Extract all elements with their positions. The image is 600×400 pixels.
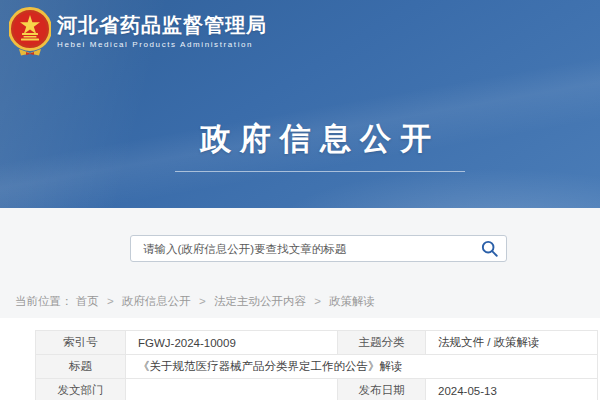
breadcrumb: 当前位置： 首页 > 政府信息公开 > 法定主动公开内容 > 政策解读: [15, 294, 375, 309]
table-row-index: 索引号 FGWJ-2024-10009 主题分类 法规文件 / 政策解读: [36, 331, 598, 355]
breadcrumb-separator: >: [107, 295, 114, 307]
site-logo-text: 河北省药品监督管理局 Hebei Medical Products Admini…: [57, 7, 267, 49]
search-button[interactable]: [472, 236, 506, 261]
banner-heading: 政府信息公开: [20, 118, 600, 172]
content-card: 索引号 FGWJ-2024-10009 主题分类 法规文件 / 政策解读 标题 …: [0, 318, 600, 400]
national-emblem-icon: [9, 7, 51, 57]
breadcrumb-separator: >: [199, 295, 206, 307]
site-logo[interactable]: 河北省药品监督管理局 Hebei Medical Products Admini…: [9, 7, 267, 57]
search-box: [130, 235, 507, 262]
field-label-department: 发文部门: [36, 379, 126, 400]
field-value-department: [126, 379, 338, 400]
field-label-index-number: 索引号: [36, 331, 126, 355]
field-label-title: 标题: [36, 355, 126, 379]
field-value-title: 《关于规范医疗器械产品分类界定工作的公告》解读: [126, 355, 598, 379]
agency-name: 河北省药品监督管理局: [57, 14, 267, 36]
agency-name-english: Hebei Medical Products Administration: [57, 40, 267, 49]
search-section: 当前位置： 首页 > 政府信息公开 > 法定主动公开内容 > 政策解读: [0, 208, 600, 318]
breadcrumb-label: 当前位置：: [15, 295, 73, 307]
search-icon: [480, 239, 499, 258]
breadcrumb-separator: >: [314, 295, 321, 307]
breadcrumb-item-policy-interpretation[interactable]: 政策解读: [329, 295, 375, 307]
field-value-index-number: FGWJ-2024-10009: [126, 331, 338, 355]
document-info-table: 索引号 FGWJ-2024-10009 主题分类 法规文件 / 政策解读 标题 …: [35, 330, 598, 400]
banner-underline: [175, 171, 465, 172]
breadcrumb-item-statutory-content[interactable]: 法定主动公开内容: [214, 295, 306, 307]
field-value-publish-date: 2024-05-13: [426, 379, 598, 400]
table-row-title: 标题 《关于规范医疗器械产品分类界定工作的公告》解读: [36, 355, 598, 379]
field-label-category: 主题分类: [338, 331, 426, 355]
search-input[interactable]: [131, 243, 472, 255]
field-label-publish-date: 发布日期: [338, 379, 426, 400]
field-value-category: 法规文件 / 政策解读: [426, 331, 598, 355]
breadcrumb-item-home[interactable]: 首页: [76, 295, 99, 307]
breadcrumb-item-info-disclosure[interactable]: 政府信息公开: [122, 295, 191, 307]
site-header-banner: 河北省药品监督管理局 Hebei Medical Products Admini…: [0, 0, 600, 208]
page-title: 政府信息公开: [200, 118, 440, 160]
table-row-department-date: 发文部门 发布日期 2024-05-13: [36, 379, 598, 400]
